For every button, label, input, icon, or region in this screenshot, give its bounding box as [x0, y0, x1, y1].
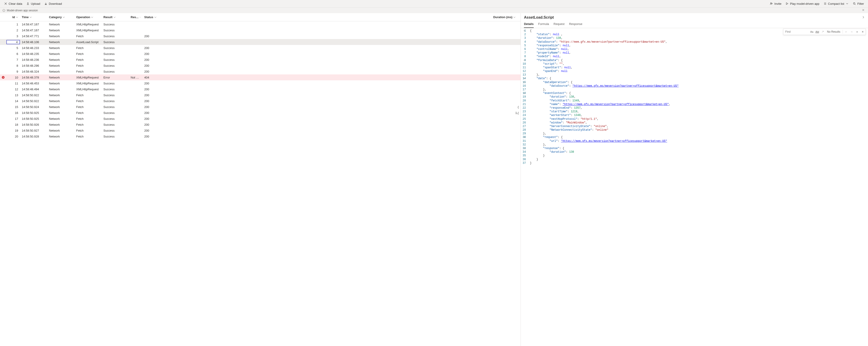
fold-toggle[interactable]: ⊟	[524, 77, 525, 80]
table-row[interactable]: 514:58:48.233NetworkFetchSuccess200	[0, 45, 521, 51]
cell-result: Success	[102, 111, 129, 115]
table-row[interactable]: 314:58:47.771NetworkFetchSuccess200	[0, 33, 521, 39]
cell-id: 9	[6, 70, 20, 73]
fold-toggle[interactable]: ⊟	[524, 29, 525, 32]
table-row[interactable]: 2014:58:50.928NetworkFetchSuccess200	[0, 134, 521, 139]
filter-button[interactable]: Filter	[851, 1, 866, 6]
cell-category: Network	[47, 52, 74, 56]
download-button[interactable]: Download	[42, 1, 64, 6]
prev-match-button[interactable]: ←	[844, 29, 849, 34]
fold-toggle[interactable]: ⊟	[524, 92, 525, 95]
cell-id: 5	[6, 46, 20, 50]
table-row[interactable]: 714:58:48.236NetworkFetchSuccess200	[0, 57, 521, 63]
cell-category: Network	[47, 76, 74, 79]
table-row[interactable]: 1414:58:50.922NetworkFetchSuccess200	[0, 98, 521, 104]
upload-icon	[26, 2, 30, 5]
expand-pane-button[interactable]	[862, 16, 865, 20]
cell-time: 14:58:50.922	[20, 99, 47, 103]
fold-toggle[interactable]: ⊟	[524, 59, 525, 62]
table-row[interactable]: 1914:58:50.927NetworkFetchSuccess200	[0, 127, 521, 134]
table-row[interactable]: 1614:58:50.925NetworkFetchSuccess2001,(	[0, 110, 521, 116]
col-result[interactable]: Result	[102, 16, 129, 19]
table-row[interactable]: 214:58:47.167NetworkXMLHttpRequestSucces…	[0, 27, 521, 33]
col-category[interactable]: Category	[47, 16, 74, 19]
cell-operation: Fetch	[74, 117, 102, 120]
close-icon	[4, 2, 7, 5]
cell-time: 14:58:47.167	[20, 23, 47, 26]
cell-id: 1	[6, 23, 20, 26]
fold-toggle[interactable]: ⊟	[524, 81, 525, 84]
cell-status: 200	[143, 64, 165, 67]
col-operation[interactable]: Operation	[74, 16, 102, 19]
table-row[interactable]: 1114:58:48.453NetworkXMLHttpRequestSucce…	[0, 80, 521, 86]
cell-operation: Fetch	[74, 135, 102, 138]
cell-category: Network	[47, 70, 74, 73]
table-row[interactable]: ✕1014:58:48.378NetworkXMLHttpRequestErro…	[0, 75, 521, 80]
fold-toggle[interactable]: ⊟	[524, 147, 525, 150]
cell-operation: XMLHttpRequest	[74, 88, 102, 91]
table-row[interactable]: 914:58:48.324NetworkFetchSuccess200	[0, 68, 521, 75]
table-row[interactable]: 1714:58:50.925NetworkFetchSuccess200	[0, 116, 521, 122]
match-word-button[interactable]: Abl	[815, 29, 820, 34]
cell-operation: Fetch	[74, 46, 102, 50]
close-session-button[interactable]	[861, 8, 866, 13]
next-match-button[interactable]: →	[849, 29, 854, 34]
cell-status: 200	[143, 46, 165, 50]
upload-button[interactable]: Upload	[25, 1, 42, 6]
detail-tabs: Details Formula Request Response	[521, 21, 868, 28]
cell-status: 200	[143, 88, 165, 91]
cell-id: 6	[6, 52, 20, 56]
col-time[interactable]: Time	[20, 16, 47, 19]
cell-time: 14:58:50.926	[20, 123, 47, 126]
find-in-selection-button[interactable]: ≡	[855, 29, 860, 34]
table-row[interactable]: 414:58:48.106NetworkAssetLoad.ScriptSucc…	[0, 39, 521, 45]
grid-body[interactable]: 114:58:47.167NetworkXMLHttpRequestSucces…	[0, 21, 521, 346]
col-res[interactable]: Res...	[129, 16, 143, 19]
cell-category: Network	[47, 117, 74, 120]
table-row[interactable]: 114:58:47.167NetworkXMLHttpRequestSucces…	[0, 21, 521, 27]
cell-result: Success	[102, 82, 129, 85]
cell-status: 404	[143, 76, 165, 79]
cell-time: 14:58:47.167	[20, 29, 47, 32]
cell-result: Error	[102, 76, 129, 79]
match-case-button[interactable]: Aa	[809, 29, 814, 34]
tab-details[interactable]: Details	[524, 21, 534, 28]
invite-button[interactable]: Invite	[768, 1, 783, 6]
toolbar: Clear data Upload Download Invite Play m…	[0, 0, 868, 7]
cell-status: 200	[143, 93, 165, 97]
col-status[interactable]: Status	[143, 16, 165, 19]
compact-list-button[interactable]: Compact list	[822, 1, 851, 6]
table-row[interactable]: 614:58:48.235NetworkFetchSuccess200	[0, 51, 521, 57]
tab-request[interactable]: Request	[554, 21, 564, 28]
cell-result: Success	[102, 52, 129, 56]
table-row[interactable]: 1514:58:50.924NetworkFetchSuccess200(	[0, 104, 521, 110]
regex-button[interactable]: .*	[820, 29, 825, 34]
fold-toggle[interactable]: ⊟	[524, 136, 525, 139]
cell-category: Network	[47, 40, 74, 44]
table-row[interactable]: 1314:58:50.922NetworkFetchSuccess200	[0, 92, 521, 98]
tab-formula[interactable]: Formula	[538, 21, 549, 28]
col-id[interactable]: Id	[6, 16, 20, 19]
cell-result: Success	[102, 58, 129, 61]
table-row[interactable]: 1214:58:48.494NetworkXMLHttpRequestSucce…	[0, 86, 521, 92]
play-app-button[interactable]: Play model-driven app	[784, 1, 821, 6]
cell-operation: Fetch	[74, 58, 102, 61]
tab-response[interactable]: Response	[569, 21, 583, 28]
list-icon	[824, 2, 827, 5]
cell-time: 14:58:48.453	[20, 82, 47, 85]
cell-id: 14	[6, 99, 20, 103]
close-find-button[interactable]: ✕	[860, 29, 865, 34]
session-strip: Model-driven app session	[0, 7, 868, 13]
clear-data-button[interactable]: Clear data	[2, 1, 24, 6]
cell-status: 200	[143, 58, 165, 61]
cell-result: Success	[102, 99, 129, 103]
cell-id: 11	[6, 82, 20, 85]
col-duration[interactable]: Duration (ms)	[165, 16, 517, 19]
cell-status: 200	[143, 34, 165, 38]
cell-category: Network	[47, 64, 74, 67]
find-input[interactable]	[784, 29, 809, 34]
play-app-label: Play model-driven app	[790, 2, 819, 5]
code-editor[interactable]: Aa Abl .* No Results ← → ≡ ✕ 1⊟23456789⊟…	[521, 28, 868, 346]
table-row[interactable]: 1814:58:50.926NetworkFetchSuccess200	[0, 122, 521, 127]
table-row[interactable]: 814:58:48.296NetworkFetchSuccess200	[0, 63, 521, 68]
